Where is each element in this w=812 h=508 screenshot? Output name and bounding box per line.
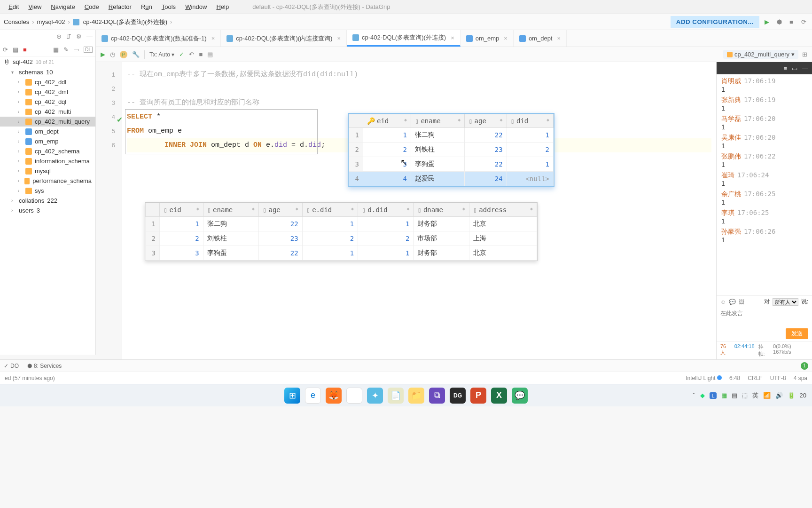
volume-icon[interactable]: 🔊 <box>775 392 783 399</box>
schema-item[interactable]: ›cp_402_schema <box>0 146 95 156</box>
schema-item[interactable]: ›mysql <box>0 166 95 176</box>
start-button[interactable]: ⊞ <box>284 388 300 404</box>
edge-app-icon[interactable]: e <box>305 388 321 404</box>
menu-view[interactable]: View <box>23 1 46 12</box>
wrench-icon[interactable]: 🔧 <box>132 51 140 58</box>
tray-icon[interactable]: ▦ <box>721 392 727 399</box>
col-header[interactable]: 🔑eid◆ <box>363 114 411 128</box>
filter-icon[interactable]: ▤ <box>13 46 18 53</box>
tray-icon[interactable]: ⬚ <box>742 392 748 399</box>
table-row[interactable]: 11张二狗221 <box>349 128 554 143</box>
col-header[interactable]: ▯dname◆ <box>414 203 469 217</box>
line-ending[interactable]: CRLF <box>748 375 762 381</box>
menu-help[interactable]: Help <box>211 1 234 12</box>
refresh-icon[interactable]: ⟳ <box>799 17 808 27</box>
schema-item[interactable]: ›cp_402_dql <box>0 97 95 107</box>
ime-icon[interactable]: 英 <box>752 391 758 400</box>
table-row[interactable]: 22刘铁柱232 <box>349 143 554 157</box>
clock[interactable]: 20 <box>800 392 806 399</box>
editor-tab[interactable]: cp-402-DQL(多表查询)(内连接查询)× <box>221 30 347 47</box>
menu-code[interactable]: Code <box>80 1 104 12</box>
col-header[interactable]: ▯d.did◆ <box>358 203 414 217</box>
theme-indicator[interactable]: IntelliJ Light <box>686 375 722 381</box>
popout-icon[interactable]: ▭ <box>792 65 797 72</box>
run-icon[interactable]: ▶ <box>762 17 772 27</box>
commit-icon[interactable]: ✓ <box>179 51 184 58</box>
col-header[interactable]: ▯e.did◆ <box>302 203 358 217</box>
recipient-select[interactable]: 所有人 <box>773 298 798 306</box>
editor-tab-active[interactable]: cp-402-DQL(多表查询)(外连接)× <box>347 30 461 47</box>
collapse-icon[interactable]: ⇵ <box>66 33 71 40</box>
col-header[interactable]: ▯did◆ <box>507 114 553 128</box>
chat-input[interactable] <box>717 308 812 326</box>
history-icon[interactable]: ◷ <box>110 51 115 58</box>
hide-icon[interactable]: — <box>86 33 93 40</box>
chat-messages[interactable]: 肖明威17:06:191 张新典17:06:191 马学磊17:06:201 吴… <box>717 74 812 295</box>
schema-item-selected[interactable]: ›cp_402_multi_query <box>0 117 95 127</box>
menu-edit[interactable]: Edit <box>4 1 23 12</box>
refresh-icon[interactable]: ⟳ <box>3 46 8 53</box>
col-header[interactable]: ▯ename◆ <box>203 203 258 217</box>
cursor-position[interactable]: 6:48 <box>729 375 740 381</box>
schema-item[interactable]: ›information_schema <box>0 156 95 166</box>
menu-window[interactable]: Window <box>180 1 211 12</box>
table-row[interactable]: 33李狗蛋2211财务部北京 <box>146 246 537 261</box>
firefox-app-icon[interactable]: 🦊 <box>326 388 342 404</box>
vscode-app-icon[interactable]: ⧉ <box>429 388 445 404</box>
wechat-app-icon[interactable]: 💬 <box>512 388 528 404</box>
table-icon[interactable]: ▦ <box>53 46 59 53</box>
table-row[interactable]: 11张二狗2211财务部北京 <box>146 217 537 231</box>
close-icon[interactable]: × <box>451 34 454 41</box>
schema-item[interactable]: ›sys <box>0 186 95 196</box>
table-row[interactable]: 33李狗蛋221 <box>349 157 554 172</box>
battery-icon[interactable]: 🔋 <box>788 392 795 399</box>
execute-icon[interactable]: ▶ <box>101 51 105 58</box>
image-icon[interactable]: 🖼 <box>739 299 744 305</box>
close-icon[interactable]: × <box>557 35 561 42</box>
col-header[interactable]: ▯eid◆ <box>160 203 203 217</box>
table-item[interactable]: ›om_dept <box>0 127 95 136</box>
ddl-icon[interactable]: DL <box>84 47 93 53</box>
schema-item[interactable]: ›cp_402_ddl <box>0 77 95 87</box>
layout-icon[interactable]: ▤ <box>207 51 213 58</box>
explain-icon[interactable]: P <box>120 51 127 58</box>
datagrip-app-icon[interactable]: DG <box>450 388 466 404</box>
editor-tab[interactable]: om_dept× <box>514 30 567 47</box>
editor-tab[interactable]: cp-402-DQL(多表查询)(数据准备-1)× <box>96 30 221 47</box>
tx-mode-dropdown[interactable]: Tx: Auto ▾ <box>149 51 174 58</box>
table-item[interactable]: ›om_emp <box>0 136 95 146</box>
network-icon[interactable]: 📶 <box>763 392 771 399</box>
console-icon[interactable]: ▭ <box>73 46 79 53</box>
table-row-selected[interactable]: 44赵爱民24<null> <box>349 172 554 186</box>
editor-tab[interactable]: om_emp× <box>461 30 514 47</box>
col-header[interactable]: ▯address◆ <box>469 203 537 217</box>
services-tab[interactable]: ⬢ 8: Services <box>27 363 62 369</box>
schema-item[interactable]: ›cp_402_dml <box>0 87 95 97</box>
notification-badge[interactable]: 1 <box>801 362 808 370</box>
crumb-consoles[interactable]: Consoles <box>4 18 29 25</box>
app-icon[interactable]: ✦ <box>367 388 383 404</box>
menu-run[interactable]: Run <box>136 1 157 12</box>
rollback-icon[interactable]: ↶ <box>189 51 194 58</box>
collations-node[interactable]: ›collations222 <box>0 196 95 206</box>
explorer-app-icon[interactable]: 📁 <box>408 388 424 404</box>
tray-icon[interactable]: ▤ <box>732 392 737 399</box>
chrome-app-icon[interactable]: ◉ <box>346 388 362 404</box>
schema-selector[interactable]: cp_402_multi_query ▾ <box>723 50 798 59</box>
close-icon[interactable]: × <box>504 35 508 42</box>
tray-icon[interactable]: L <box>710 392 716 399</box>
cancel-icon[interactable]: ■ <box>199 51 203 58</box>
close-icon[interactable]: × <box>337 35 341 42</box>
col-header[interactable]: ▯age◆ <box>259 203 303 217</box>
app-icon[interactable]: 📄 <box>388 388 404 404</box>
menu-refactor[interactable]: Refactor <box>104 1 136 12</box>
table-row[interactable]: 22刘铁柱2322市场部上海 <box>146 231 537 246</box>
stop-icon[interactable]: ■ <box>787 17 796 27</box>
smile-icon[interactable]: ☺ <box>720 299 726 305</box>
powerpoint-app-icon[interactable]: P <box>470 388 486 404</box>
target-icon[interactable]: ⊕ <box>56 33 62 40</box>
settings-icon[interactable]: ⊞ <box>802 51 807 58</box>
schema-item[interactable]: ›cp_402_multi <box>0 107 95 117</box>
gear-icon[interactable]: ⚙ <box>76 33 82 40</box>
col-header[interactable]: ▯age◆ <box>465 114 507 128</box>
